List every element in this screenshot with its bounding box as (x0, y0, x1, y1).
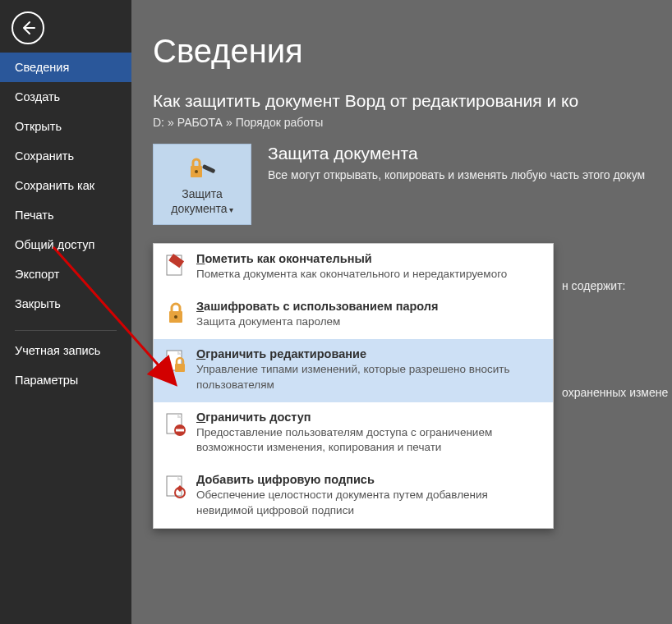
chevron-down-icon: ▾ (229, 205, 233, 216)
sidebar-item-close[interactable]: Закрыть (0, 289, 131, 319)
menu-item-mark-final[interactable]: Пометить как окончательный Пометка докум… (154, 244, 553, 291)
protect-button-label: Защита документа (171, 187, 227, 215)
background-text-fragment: охраненных измене (562, 386, 668, 399)
menu-item-desc: Обеспечение целостности документа путем … (196, 488, 543, 517)
sidebar-item-label: Параметры (15, 374, 78, 387)
sidebar-item-label: Открыть (15, 120, 62, 133)
svg-rect-8 (175, 364, 185, 372)
sidebar-item-label: Общий доступ (15, 238, 94, 251)
menu-item-desc: Пометка документа как окончательного и н… (196, 267, 543, 282)
menu-item-accel: О (196, 411, 205, 424)
document-restrict-icon (163, 411, 188, 437)
sidebar-item-account[interactable]: Учетная запись (0, 336, 131, 365)
sidebar: Сведения Создать Открыть Сохранить Сохра… (0, 0, 131, 624)
mark-final-icon (163, 252, 188, 278)
menu-item-restrict-editing[interactable]: Ограничить редактирование Управление тип… (154, 339, 553, 401)
protect-description: Все могут открывать, копировать и изменя… (268, 168, 645, 181)
menu-item-accel: П (196, 252, 205, 265)
background-text-fragment: н содержит: (562, 279, 626, 292)
sidebar-item-label: Печать (15, 209, 54, 222)
svg-rect-2 (202, 164, 216, 173)
menu-item-desc: Управление типами изменений, которые раз… (196, 362, 543, 392)
document-lock-icon (163, 347, 188, 374)
protect-document-menu: Пометить как окончательный Пометка докум… (153, 243, 554, 529)
protect-document-button[interactable]: Защита документа▾ (153, 144, 251, 225)
breadcrumb-part: РАБОТА (177, 116, 223, 129)
menu-item-encrypt-password[interactable]: Зашифровать с использованием пароля Защи… (154, 291, 553, 339)
menu-item-title: ашифровать с использованием пароля (204, 300, 438, 313)
arrow-left-icon (20, 20, 36, 36)
document-signature-icon (163, 473, 188, 499)
sidebar-item-label: Сохранить как (15, 179, 94, 192)
menu-item-accel: Д (196, 473, 205, 486)
menu-item-title: граничить доступ (205, 411, 311, 424)
menu-item-title: обавить цифровую подпись (205, 473, 375, 486)
document-title: Как защитить документ Ворд от редактиров… (153, 91, 672, 111)
menu-item-desc: Защита документа паролем (196, 314, 543, 329)
sidebar-item-label: Создать (15, 90, 60, 103)
menu-item-digital-signature[interactable]: Добавить цифровую подпись Обеспечение це… (154, 465, 553, 527)
sidebar-item-label: Сведения (15, 61, 69, 74)
sidebar-separator (15, 330, 117, 331)
sidebar-item-export[interactable]: Экспорт (0, 259, 131, 289)
sidebar-item-save[interactable]: Сохранить (0, 141, 131, 171)
menu-item-accel: З (196, 300, 204, 313)
sidebar-item-new[interactable]: Создать (0, 82, 131, 112)
breadcrumb-part: Порядок работы (236, 116, 324, 129)
svg-point-1 (195, 170, 198, 173)
sidebar-item-label: Сохранить (15, 149, 74, 163)
breadcrumb-sep: » (226, 116, 232, 129)
menu-item-accel: О (196, 347, 205, 360)
sidebar-item-share[interactable]: Общий доступ (0, 230, 131, 259)
menu-item-title: граничить редактирование (205, 347, 366, 360)
breadcrumb-sep: » (168, 116, 174, 129)
svg-rect-11 (176, 429, 184, 431)
lock-icon (163, 300, 188, 324)
sidebar-item-open[interactable]: Открыть (0, 112, 131, 141)
menu-item-desc: Предоставление пользователям доступа с о… (196, 425, 543, 455)
sidebar-item-saveas[interactable]: Сохранить как (0, 171, 131, 200)
back-button[interactable] (12, 11, 44, 44)
protect-heading: Защита документа (268, 144, 645, 163)
sidebar-item-label: Закрыть (15, 297, 61, 310)
svg-point-6 (174, 315, 177, 319)
sidebar-item-options[interactable]: Параметры (0, 365, 131, 395)
page-title: Сведения (153, 33, 672, 70)
sidebar-item-print[interactable]: Печать (0, 200, 131, 230)
protect-section-text: Защита документа Все могут открывать, ко… (268, 144, 645, 181)
lock-key-icon (159, 153, 246, 182)
sidebar-item-info[interactable]: Сведения (0, 53, 131, 82)
menu-item-title: ометить как окончательный (205, 252, 371, 265)
breadcrumb-part: D: (153, 116, 164, 129)
sidebar-item-label: Экспорт (15, 268, 59, 281)
menu-item-restrict-access[interactable]: Ограничить доступ Предоставление пользов… (154, 402, 553, 465)
sidebar-item-label: Учетная запись (15, 344, 100, 357)
breadcrumb: D:»РАБОТА»Порядок работы (153, 116, 672, 129)
protect-section: Защита документа▾ Защита документа Все м… (153, 144, 672, 225)
